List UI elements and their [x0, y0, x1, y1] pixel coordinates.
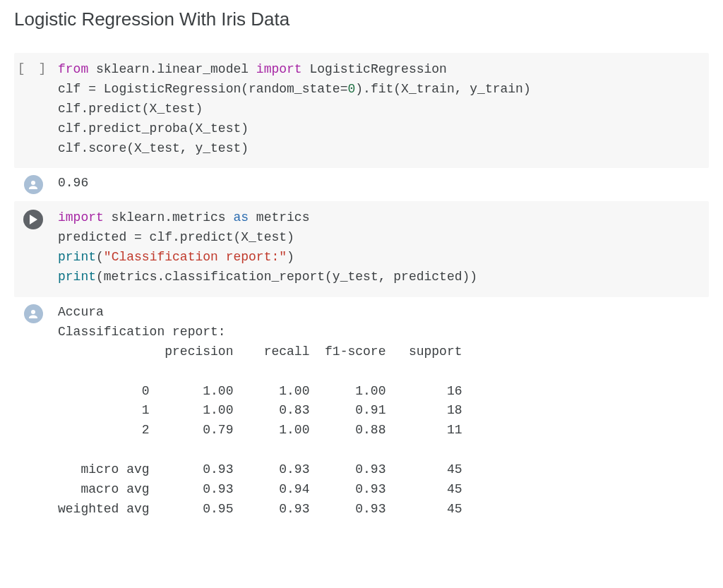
code-cell-1[interactable]: [ ] from sklearn.linear_model import Log… [14, 53, 709, 168]
keyword-import: import [256, 62, 302, 76]
fn-print: print [58, 270, 96, 284]
code-text: clf.predict(X_test) [58, 102, 203, 116]
code-text: clf.predict_proba(X_test) [58, 121, 249, 136]
code-text: metrics [249, 210, 309, 224]
code-text: sklearn.linear_model [88, 62, 256, 76]
output-text-2: Accura Classification report: precision … [52, 303, 709, 520]
keyword-as: as [233, 210, 249, 224]
code-cell-2-code[interactable]: import sklearn.metrics as metrics predic… [52, 208, 709, 287]
code-text: clf.score(X_test, y_test) [58, 141, 249, 155]
string-literal: "Classification report:" [104, 250, 287, 264]
code-cell-1-code[interactable]: from sklearn.linear_model import Logisti… [52, 60, 709, 158]
svg-point-0 [31, 181, 35, 185]
user-avatar-icon [24, 304, 43, 323]
keyword-import: import [58, 210, 104, 224]
run-bracket-icon[interactable]: [ ] [18, 61, 49, 76]
output-text-1: 0.96 [52, 174, 709, 193]
svg-marker-1 [30, 215, 37, 224]
code-text: ) [287, 250, 294, 264]
code-text: sklearn.metrics [104, 210, 234, 224]
output-cell-2: Accura Classification report: precision … [14, 297, 709, 522]
play-icon [29, 215, 37, 224]
user-avatar-icon [24, 175, 43, 194]
code-text: (metrics.classification_report(y_test, p… [96, 270, 477, 284]
svg-point-2 [31, 310, 35, 314]
number-literal: 0 [347, 82, 355, 96]
run-button[interactable] [23, 210, 43, 229]
code-text: LogisticRegression [302, 62, 447, 76]
code-text: clf = LogisticRegression(random_state= [58, 82, 347, 96]
section-title: Logistic Regression With Iris Data [14, 8, 709, 30]
output-cell-1: 0.96 [14, 168, 709, 197]
code-text: predicted = clf.predict(X_test) [58, 230, 294, 244]
fn-print: print [58, 250, 96, 264]
code-cell-2[interactable]: import sklearn.metrics as metrics predic… [14, 201, 709, 297]
keyword-from: from [58, 62, 88, 76]
code-text: ( [96, 250, 104, 264]
code-text: ).fit(X_train, y_train) [355, 82, 530, 96]
